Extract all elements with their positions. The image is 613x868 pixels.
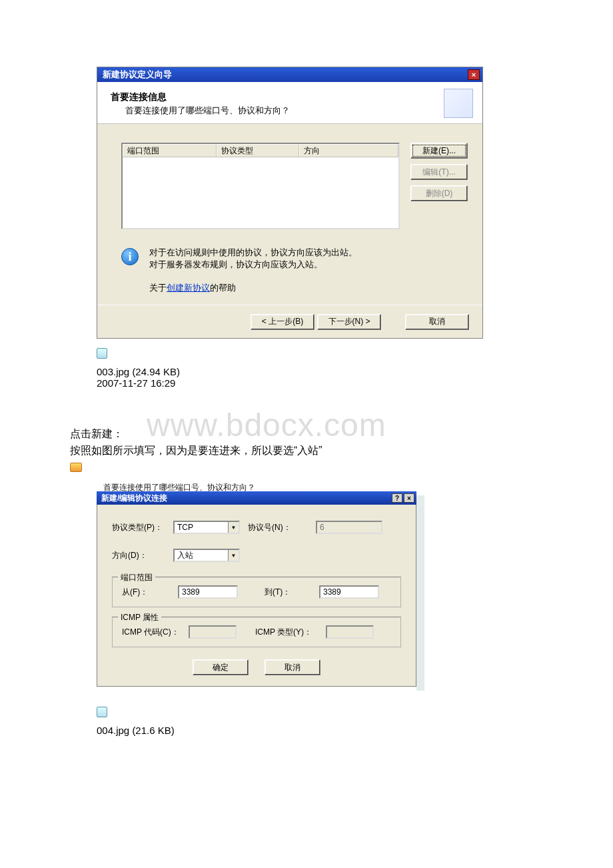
zoom-icon[interactable]	[97, 707, 107, 717]
wizard-header: 首要连接信息 首要连接使用了哪些端口号、协议和方向？	[97, 82, 482, 124]
protocol-number-field: 6	[316, 521, 382, 534]
edit-button[interactable]: 编辑(T)...	[410, 164, 468, 180]
protocol-number-label: 协议号(N)：	[248, 522, 308, 533]
info-line-1: 对于在访问规则中使用的协议，协议方向应该为出站。	[149, 247, 357, 259]
port-to-field[interactable]: 3389	[319, 585, 379, 599]
port-range-legend: 端口范围	[118, 572, 155, 583]
icmp-type-label: ICMP 类型(Y)：	[255, 627, 318, 638]
chevron-down-icon: ▼	[228, 550, 239, 561]
direction-select[interactable]: 入站 ▼	[173, 549, 240, 562]
col-protocol: 协议类型	[217, 144, 299, 157]
inline-icon	[70, 463, 82, 472]
icmp-code-label: ICMP 代码(C)：	[122, 627, 181, 638]
icmp-type-field	[326, 625, 374, 639]
wizard-subtitle: 首要连接信息	[111, 91, 290, 103]
delete-button[interactable]: 删除(D)	[410, 185, 468, 201]
info-icon: i	[121, 248, 139, 265]
chevron-down-icon: ▼	[228, 522, 239, 533]
col-direction: 方向	[299, 144, 398, 157]
icmp-code-field	[189, 625, 237, 639]
ok-button[interactable]: 确定	[193, 659, 249, 675]
new-button[interactable]: 新建(E)...	[410, 143, 468, 159]
port-to-label: 到(T)：	[265, 587, 311, 598]
direction-label: 方向(D)：	[112, 550, 165, 561]
image-caption-1: 003.jpg (24.94 KB)	[97, 366, 543, 377]
help-icon[interactable]: ?	[392, 493, 402, 503]
image-timestamp-1: 2007-11-27 16:29	[97, 377, 543, 389]
wizard-title: 新建协议定义向导	[100, 69, 172, 81]
help-line: 关于创建新协议的帮助	[121, 282, 468, 294]
help-link[interactable]: 创建新协议	[167, 283, 210, 293]
wizard-description: 首要连接使用了哪些端口号、协议和方向？	[111, 105, 290, 117]
icmp-group: ICMP 属性 ICMP 代码(C)： ICMP 类型(Y)：	[112, 617, 401, 647]
dialog-titlebar: 新建/编辑协议连接 ? ×	[97, 491, 416, 505]
instruction-line-2: 按照如图所示填写，因为是要连进来，所以要选“入站”	[70, 443, 543, 459]
connections-listbox[interactable]: 端口范围 协议类型 方向	[121, 143, 400, 229]
close-icon[interactable]: ×	[468, 69, 480, 80]
port-range-group: 端口范围 从(F)： 3389 到(T)： 3389	[112, 577, 401, 607]
zoom-icon[interactable]	[97, 348, 107, 359]
port-from-field[interactable]: 3389	[178, 585, 238, 599]
cancel-button[interactable]: 取消	[405, 314, 469, 330]
col-port: 端口范围	[123, 144, 217, 157]
image-caption-2: 004.jpg (21.6 KB)	[97, 725, 543, 736]
instruction-line-1: 点击新建：	[70, 426, 543, 443]
info-line-2: 对于服务器发布规则，协议方向应该为入站。	[149, 259, 357, 271]
wizard-dialog: 新建协议定义向导 × 首要连接信息 首要连接使用了哪些端口号、协议和方向？ 端口…	[97, 67, 483, 339]
protocol-connection-dialog: 新建/编辑协议连接 ? × 协议类型(P)： TCP ▼ 协议号(N)： 6	[97, 491, 416, 687]
protocol-type-select[interactable]: TCP ▼	[173, 521, 240, 534]
wizard-titlebar: 新建协议定义向导 ×	[97, 67, 482, 82]
dialog-title: 新建/编辑协议连接	[99, 493, 167, 504]
wizard-header-icon	[444, 89, 473, 118]
protocol-type-label: 协议类型(P)：	[112, 522, 165, 533]
icmp-legend: ICMP 属性	[118, 612, 161, 623]
back-button[interactable]: < 上一步(B)	[251, 314, 314, 330]
port-from-label: 从(F)：	[122, 587, 170, 598]
close-icon[interactable]: ×	[404, 493, 414, 503]
cancel-button[interactable]: 取消	[265, 659, 320, 675]
next-button[interactable]: 下一步(N) >	[317, 314, 381, 330]
